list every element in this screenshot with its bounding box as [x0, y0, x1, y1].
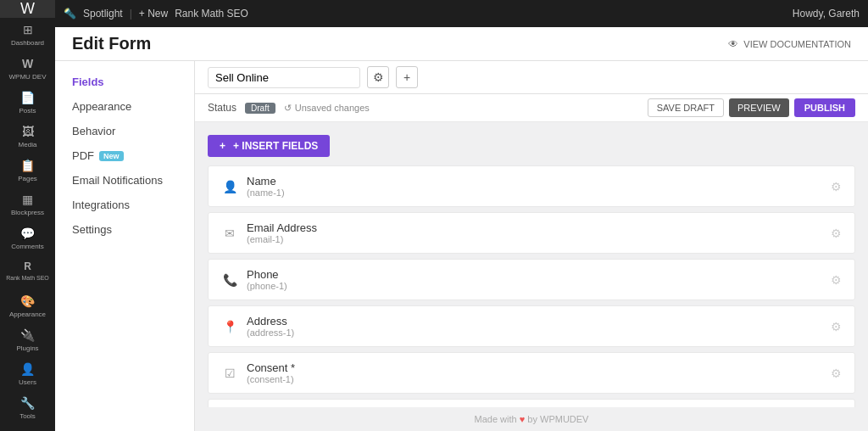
nav-item-settings[interactable]: Settings — [55, 217, 194, 242]
users-icon: 👤 — [20, 362, 35, 376]
form-settings-btn[interactable]: ⚙ — [367, 66, 389, 88]
media-icon: 🖼 — [22, 125, 34, 138]
nav-item-integrations[interactable]: Integrations — [55, 193, 194, 217]
save-draft-button[interactable]: SAVE DRAFT — [648, 98, 724, 117]
field-left-phone: 📞 Phone (phone-1) — [221, 268, 287, 291]
sidebar-item-posts[interactable]: 📄 Posts — [0, 86, 55, 120]
sidebar-item-plugins[interactable]: 🔌 Plugins — [0, 323, 55, 357]
view-docs-link[interactable]: VIEW DOCUMENTATION — [743, 39, 851, 49]
pdf-new-badge: New — [99, 151, 124, 161]
spotlight-icon: 🔦 — [64, 8, 76, 20]
wp-logo: W — [0, 0, 55, 18]
sidebar-item-media[interactable]: 🖼 Media — [0, 120, 55, 154]
rank-math-link[interactable]: Rank Math SEO — [175, 8, 248, 20]
status-badge: Draft — [245, 103, 275, 114]
plus-icon: + — [403, 70, 410, 84]
form-add-btn[interactable]: + — [396, 66, 418, 88]
status-bar: Status Draft ↺ Unsaved changes SAVE DRAF… — [195, 94, 868, 122]
sidebar-item-users[interactable]: 👤 Users — [0, 357, 55, 391]
status-label: Status — [208, 102, 236, 114]
field-row-phone: 📞 Phone (phone-1) ⚙ — [208, 259, 855, 300]
tools-icon: 🔧 — [20, 396, 35, 410]
sidebar-item-tools[interactable]: 🔧 Tools — [0, 391, 55, 425]
field-row-email: ✉ Email Address (email-1) ⚙ — [208, 212, 855, 254]
address-field-icon: 📍 — [221, 320, 238, 333]
name-field-label: Name — [247, 175, 285, 188]
plus-circle-icon: + — [220, 140, 225, 152]
insert-fields-btn-top[interactable]: + + INSERT FIELDS — [208, 135, 330, 157]
eye-icon: 👁 — [728, 38, 738, 50]
field-row-name: 👤 Name (name-1) ⚙ — [208, 165, 855, 207]
phone-field-settings-icon[interactable]: ⚙ — [831, 273, 842, 287]
sidebar-item-settings[interactable]: ⚙ Settings — [0, 425, 55, 431]
header-right: 👁 VIEW DOCUMENTATION — [728, 38, 851, 50]
name-field-info: Name (name-1) — [247, 175, 285, 198]
refresh-icon: ↺ — [284, 103, 292, 114]
content-wrapper: Fields Appearance Behavior PDF New Email… — [55, 61, 868, 431]
preview-button[interactable]: PREVIEW — [729, 98, 789, 117]
consent-field-key: (consent-1) — [247, 374, 295, 384]
sidebar-item-appearance[interactable]: 🎨 Appearance — [0, 289, 55, 323]
comments-icon: 💬 — [20, 227, 35, 240]
field-row-consent: ☑ Consent * (consent-1) ⚙ — [208, 352, 855, 394]
posts-icon: 📄 — [20, 91, 35, 104]
sidebar-item-pages[interactable]: 📋 Pages — [0, 154, 55, 188]
wpmu-icon: W — [22, 57, 33, 70]
address-field-label: Address — [247, 315, 294, 327]
field-left-email: ✉ Email Address (email-1) — [221, 221, 317, 244]
phone-field-label: Phone — [247, 268, 287, 281]
sidebar-item-rank-math[interactable]: R Rank Math SEO — [0, 255, 55, 286]
howdy-text: Howdy, Gareth — [793, 8, 860, 20]
name-field-key: (name-1) — [247, 188, 285, 198]
unsaved-text: ↺ Unsaved changes — [284, 103, 370, 114]
email-field-settings-icon[interactable]: ⚙ — [831, 227, 842, 240]
address-field-info: Address (address-1) — [247, 315, 294, 338]
consent-field-icon: ☑ — [221, 367, 238, 380]
field-left-name: 👤 Name (name-1) — [221, 175, 285, 198]
field-row-address: 📍 Address (address-1) ⚙ — [208, 305, 855, 347]
sidebar: W ⊞ Dashboard W WPMU DEV 📄 Posts 🖼 Media… — [0, 0, 55, 431]
email-field-key: (email-1) — [247, 234, 317, 244]
form-name-bar: ⚙ + — [195, 61, 868, 94]
dashboard-icon: ⊞ — [23, 23, 33, 36]
nav-item-appearance[interactable]: Appearance — [55, 94, 194, 119]
sidebar-item-dashboard[interactable]: ⊞ Dashboard — [0, 18, 55, 52]
email-field-info: Email Address (email-1) — [247, 221, 317, 244]
consent-field-info: Consent * (consent-1) — [247, 361, 295, 384]
footer: Made with ♥ by WPMUDEV — [195, 407, 868, 431]
nav-item-email-notifications[interactable]: Email Notifications — [55, 168, 194, 193]
page-title: Edit Form — [72, 34, 151, 53]
sidebar-item-blockpress[interactable]: ▦ Blockpress — [0, 188, 55, 221]
email-field-label: Email Address — [247, 221, 317, 234]
pages-icon: 📋 — [20, 159, 35, 172]
sidebar-item-comments[interactable]: 💬 Comments — [0, 221, 55, 255]
phone-field-key: (phone-1) — [247, 281, 287, 291]
form-name-input[interactable] — [208, 67, 360, 88]
phone-field-icon: 📞 — [221, 273, 238, 287]
admin-topbar: 🔦 Spotlight | + New Rank Math SEO Howdy,… — [55, 0, 868, 27]
fields-area: + + INSERT FIELDS 👤 Name (name-1) ⚙ — [195, 122, 868, 407]
left-nav: Fields Appearance Behavior PDF New Email… — [55, 61, 195, 431]
status-right: SAVE DRAFT PREVIEW PUBLISH — [648, 98, 855, 117]
consent-field-settings-icon[interactable]: ⚙ — [831, 367, 842, 380]
plugins-icon: 🔌 — [20, 328, 35, 342]
appearance-icon: 🎨 — [20, 294, 35, 308]
heart-icon: ♥ — [520, 414, 526, 424]
nav-item-behavior[interactable]: Behavior — [55, 119, 194, 143]
consent-field-label: Consent * — [247, 361, 295, 374]
publish-button[interactable]: PUBLISH — [794, 98, 855, 117]
field-row-stripe: 💳 Credit / Debit Card * (stripe-1) ⚙ — [208, 399, 855, 407]
rank-math-icon: R — [24, 260, 31, 272]
gear-icon: ⚙ — [373, 70, 384, 84]
address-field-settings-icon[interactable]: ⚙ — [831, 320, 842, 333]
nav-item-fields[interactable]: Fields — [55, 70, 194, 94]
name-field-settings-icon[interactable]: ⚙ — [831, 180, 842, 193]
new-link[interactable]: + New — [139, 8, 168, 20]
nav-item-pdf[interactable]: PDF New — [55, 143, 194, 168]
main-content: 🔦 Spotlight | + New Rank Math SEO Howdy,… — [55, 0, 868, 431]
page-header: Edit Form 👁 VIEW DOCUMENTATION — [55, 27, 868, 61]
field-left-consent: ☑ Consent * (consent-1) — [221, 361, 295, 384]
sidebar-item-wpmu[interactable]: W WPMU DEV — [0, 52, 55, 86]
blockpress-icon: ▦ — [22, 193, 33, 206]
form-editor: ⚙ + Status Draft ↺ Unsaved changes SAV — [195, 61, 868, 431]
